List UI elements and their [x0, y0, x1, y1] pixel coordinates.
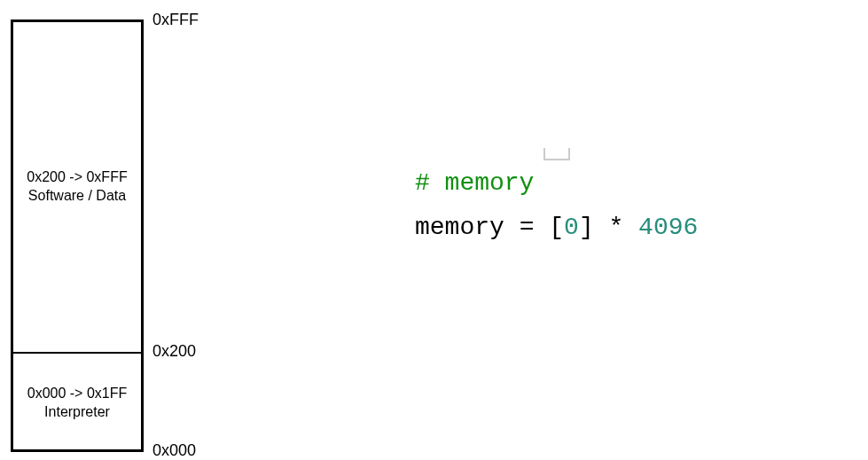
code-line-comment: # memory [415, 161, 698, 206]
memory-map-diagram: 0x200 -> 0xFFF Software / Data 0x000 -> … [11, 19, 144, 452]
code-zero: 0 [564, 214, 579, 241]
cursor-bracket-icon [543, 148, 570, 160]
interpreter-region: 0x000 -> 0x1FF Interpreter [13, 354, 141, 453]
code-eq: = [504, 214, 549, 241]
code-snippet: # memory memory = [0] * 4096 [415, 161, 698, 251]
code-star: * [594, 214, 638, 241]
lower-range-label: 0x000 -> 0x1FF [27, 385, 128, 403]
address-label-top: 0xFFF [152, 11, 199, 29]
code-var: memory [415, 214, 504, 241]
code-rbracket: ] [579, 214, 594, 241]
upper-desc-label: Software / Data [28, 187, 126, 206]
software-data-region: 0x200 -> 0xFFF Software / Data [13, 22, 141, 352]
code-size: 4096 [638, 214, 698, 241]
code-comment: # memory [415, 169, 534, 197]
code-lbracket: [ [549, 214, 564, 241]
upper-range-label: 0x200 -> 0xFFF [27, 168, 127, 187]
address-label-mid: 0x200 [152, 342, 196, 361]
code-line-assignment: memory = [0] * 4096 [415, 206, 698, 250]
lower-desc-label: Interpreter [44, 403, 110, 422]
address-label-bottom: 0x000 [152, 441, 196, 460]
